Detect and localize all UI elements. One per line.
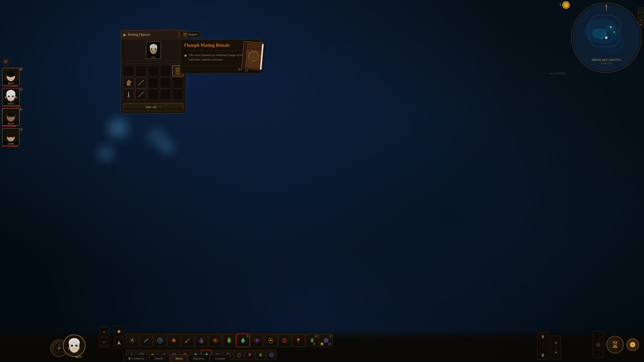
loot-cell-2-1[interactable] <box>123 77 134 88</box>
minimap-corner-tl-button[interactable]: ⊕ <box>576 7 583 14</box>
portrait-2-icon-yin: ☯ <box>19 87 23 91</box>
svg-point-82 <box>564 3 568 7</box>
tab-druid-label: Druid <box>155 356 162 360</box>
action-btn-5[interactable] <box>181 334 194 347</box>
minimap-corner-bl-button[interactable]: ◎ <box>576 61 583 68</box>
scroll-btn[interactable] <box>551 336 561 359</box>
portraits-panel: ⚙ ☯ ⚡ <box>2 68 22 147</box>
bottom-right-buttons: S <box>593 331 639 358</box>
svg-point-40 <box>151 49 152 50</box>
svg-point-34 <box>8 136 10 137</box>
indicator-dot-2 <box>321 343 323 345</box>
crystal-glow-2 <box>98 146 113 161</box>
action-btn-6[interactable] <box>195 334 208 347</box>
minimap-corner-br-button[interactable]: ⚙ <box>630 61 637 68</box>
portrait-character-2[interactable]: ☯ <box>2 88 22 107</box>
portrait-2-frame[interactable]: 54/57 <box>2 88 20 106</box>
portrait-3-hp: 41/57 <box>3 122 19 125</box>
scroll-button[interactable] <box>551 336 561 359</box>
portrait-1-hp-fill <box>2 86 18 86</box>
svg-point-25 <box>8 116 10 117</box>
bottom-content: ⊕ ⊙ 46/57 <box>0 332 644 362</box>
small-action-btn-2[interactable] <box>114 338 124 348</box>
portrait-1-frame[interactable]: 46/57 <box>2 68 20 85</box>
take-all-label: Take All <box>145 105 156 109</box>
tab-items-label: Items <box>175 356 183 360</box>
svg-point-118 <box>298 339 299 340</box>
main-action-bar-top-row: 4 <box>126 334 333 347</box>
tab-druid[interactable]: Druid ! <box>149 355 170 362</box>
tab-passives-label: Passives <box>193 356 204 360</box>
portrait-character-3[interactable]: ⚙ ☯ <box>2 108 22 127</box>
action-btn-7[interactable] <box>209 334 222 347</box>
portrait-1-hp: 46/57 <box>3 81 19 85</box>
svg-point-73 <box>605 25 615 32</box>
tab-items[interactable]: Items <box>170 355 188 362</box>
action-btn-1[interactable] <box>126 334 139 347</box>
inspect-text: Inspect <box>188 33 197 36</box>
compass-icon[interactable] <box>2 58 10 65</box>
action-btn-14-badge: 10 <box>314 335 318 338</box>
action-btn-11[interactable] <box>264 334 277 347</box>
portrait-2-hp-fill <box>2 106 21 107</box>
tab-custom[interactable]: Custom <box>210 355 230 362</box>
svg-marker-2 <box>6 61 6 63</box>
npc-portrait-hp: 0/41 <box>146 56 160 58</box>
portrait-3-hp-fill <box>2 126 16 127</box>
portrait-btn-2[interactable]: ⊙ <box>99 337 109 347</box>
loot-cell-2-4[interactable] <box>160 77 171 88</box>
svg-point-9 <box>8 75 10 76</box>
loot-cell-2-5[interactable] <box>172 77 183 88</box>
tab-common-dot <box>129 357 131 359</box>
loot-cell-3-5[interactable] <box>172 89 183 100</box>
portrait-character-1[interactable]: ⚙ ☯ ⚡ <box>2 68 22 86</box>
loot-cell-1-4[interactable] <box>160 65 171 76</box>
loot-cell-2-3[interactable] <box>148 77 159 88</box>
svg-point-41 <box>154 49 156 50</box>
minimap-frame[interactable]: N EBONLAKE GROTTO X:305 Y:75 ⊕ ⊙ ◎ ⚙ <box>571 3 641 73</box>
tab-passives[interactable]: Passives <box>188 355 210 362</box>
inspect-key: T <box>183 33 187 36</box>
portrait-4-hp-fill <box>2 146 18 147</box>
loot-cell-3-3[interactable] <box>148 89 159 100</box>
minimap-corner-tr-button[interactable]: ⊙ <box>630 7 637 14</box>
loot-cell-3-2[interactable] <box>135 89 146 100</box>
action-btn-2[interactable] <box>140 334 153 347</box>
gold-icon <box>562 1 570 9</box>
npc-portrait-frame[interactable]: 0/41 <box>146 41 161 59</box>
tab-custom-label: Custom <box>215 356 225 360</box>
action-btn-3[interactable] <box>153 334 167 347</box>
version-text: v4.1.1.3624901 <box>549 72 566 75</box>
loot-cell-1-2[interactable] <box>135 65 146 76</box>
loot-title: ▶ Sorting Options <box>124 33 150 37</box>
portrait-btn-1[interactable]: ⊕ <box>99 327 109 337</box>
hourglass-button[interactable] <box>606 336 624 353</box>
action-btn-4[interactable] <box>167 334 180 347</box>
loot-cell-2-2[interactable] <box>135 77 146 88</box>
right-panel-ctrl[interactable] <box>593 331 604 358</box>
loot-cell-3-1[interactable] <box>123 89 134 100</box>
action-btn-12[interactable] <box>278 334 291 347</box>
action-btn-9[interactable]: 4 <box>236 334 250 347</box>
tab-common-label: Common <box>132 356 144 360</box>
take-all-button[interactable]: Take All → <box>123 103 184 111</box>
minimap-north-label: N <box>605 5 607 8</box>
portrait-3-frame[interactable]: +9/9 41/57 <box>2 108 20 126</box>
svg-point-143 <box>614 345 616 346</box>
tab-bar: Common Druid ! Items Passives Custom <box>123 355 543 362</box>
action-btn-8[interactable] <box>223 334 236 347</box>
loot-cell-1-3[interactable] <box>148 65 159 76</box>
small-action-btn-1[interactable] <box>114 326 124 337</box>
loot-cell-1-1[interactable] <box>123 65 134 76</box>
tab-common[interactable]: Common <box>123 355 149 362</box>
action-btn-13[interactable] <box>292 334 305 347</box>
minimap-location-label: EBONLAKE GROTTO X:305 Y:75 <box>592 58 621 65</box>
action-btn-10[interactable] <box>250 334 263 347</box>
crystal-glow-1 <box>108 118 128 138</box>
svg-point-110 <box>215 340 216 341</box>
loot-cell-3-4[interactable] <box>160 89 171 100</box>
portrait-character-4[interactable]: ⚙ <box>2 128 22 147</box>
portrait-4-frame[interactable]: 53/66 <box>2 128 20 146</box>
coin-button[interactable]: S <box>626 338 639 351</box>
bottom-main-portrait[interactable] <box>63 334 86 357</box>
